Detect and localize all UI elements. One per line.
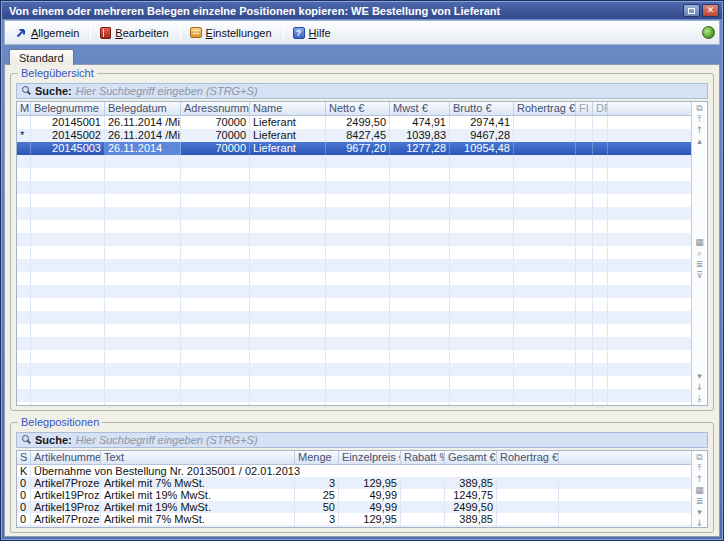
arrow-up-right-icon — [15, 27, 27, 39]
scroll-down-icon[interactable]: ↓ — [696, 382, 704, 393]
group-label: Belegpositionen — [18, 416, 102, 428]
list-icon[interactable]: ≣ — [696, 496, 704, 507]
overview-row-3-selected[interactable]: 20145003 26.11.2014 70000 Lieferant 9677… — [17, 142, 691, 155]
restore-button[interactable] — [683, 4, 700, 17]
positions-grid-toolbar: ⧉ ⤒ ↑ ▦ ≣ ▾ ↓ ⤓ — [691, 451, 707, 527]
columns-icon[interactable]: ▦ — [695, 485, 704, 496]
scroll-next-icon[interactable]: ▾ — [697, 371, 702, 382]
col-header-netto[interactable]: Netto € — [326, 102, 390, 115]
edit-book-icon — [100, 27, 111, 39]
col-header-rabatt[interactable]: Rabatt % — [401, 451, 445, 464]
overview-row-2[interactable]: * 20145002 26.11.2014 /Mi 70000 Lieferan… — [17, 129, 691, 142]
col-header-fi[interactable]: FI — [576, 102, 593, 115]
scroll-first-icon[interactable]: ⤒ — [698, 114, 702, 125]
content-panel: Belegübersicht Suche: Hier Suchbegriff e… — [4, 64, 720, 537]
positions-row-2[interactable]: 0 Artikel19Prozent Artikel mit 19% MwSt.… — [17, 489, 691, 501]
col-header-belegnummer[interactable]: Belegnumme — [31, 102, 105, 115]
copy-grid-icon[interactable]: ⧉ — [696, 103, 702, 114]
overview-header-row: M Belegnumme Belegdatum Adressnumm Name … — [17, 102, 691, 116]
positions-grid: S Artikelnummer Text Menge Einzelpreis €… — [16, 450, 708, 528]
columns-icon[interactable]: ▦ — [695, 237, 704, 248]
list-icon[interactable]: ≣ — [696, 259, 704, 270]
titlebar: Von einem oder mehreren Belegen einzelne… — [2, 2, 722, 19]
col-header-gesamt[interactable]: Gesamt € — [445, 451, 497, 464]
toolbar-separator — [283, 24, 284, 41]
window-title: Von einem oder mehreren Belegen einzelne… — [9, 5, 681, 17]
toolbar: Allgemein Bearbeiten Einstellungen ? Hil… — [4, 20, 720, 45]
menu-hilfe[interactable]: ? Hilfe — [287, 24, 339, 42]
menu-bearbeiten[interactable]: Bearbeiten — [94, 24, 176, 42]
positions-comment-row[interactable]: K Übernahme von Bestellung Nr. 20135001 … — [17, 465, 691, 477]
positions-row-4[interactable]: 0 Artikel7Prozent Artikel mit 7% MwSt. 3… — [17, 513, 691, 525]
toolbar-separator — [90, 24, 91, 41]
col-header-rohertrag[interactable]: Rohertrag € — [497, 451, 559, 464]
close-icon: ✕ — [707, 6, 715, 15]
comment-text: Übernahme von Bestellung Nr. 20135001 / … — [31, 465, 691, 477]
col-header-name[interactable]: Name — [250, 102, 326, 115]
positions-header-row: S Artikelnummer Text Menge Einzelpreis €… — [17, 451, 691, 465]
positions-row-5[interactable]: 0 Artikel7Prozent Artikel mit 7% MwSt. 3… — [17, 525, 691, 527]
col-header-menge[interactable]: Menge — [295, 451, 339, 464]
search-icon — [21, 86, 31, 96]
col-header-brutto[interactable]: Brutto € — [450, 102, 514, 115]
scroll-last-icon[interactable]: ⤓ — [698, 393, 702, 404]
col-header-adressnummer[interactable]: Adressnumm — [181, 102, 250, 115]
menu-allgemein[interactable]: Allgemein — [9, 24, 87, 42]
col-header-s[interactable]: S — [17, 451, 31, 464]
restore-icon — [688, 8, 695, 14]
app-window: Von einem oder mehreren Belegen einzelne… — [0, 0, 724, 541]
tab-standard[interactable]: Standard — [9, 49, 74, 65]
col-header-m[interactable]: M — [17, 102, 31, 115]
filter-icon[interactable]: ⊽ — [696, 270, 703, 281]
group-label: Belegübersicht — [18, 67, 97, 79]
scroll-prev-icon[interactable]: ▴ — [697, 136, 702, 147]
help-icon: ? — [293, 27, 305, 39]
settings-icon — [190, 27, 202, 38]
menu-einstellungen[interactable]: Einstellungen — [184, 24, 280, 42]
selected-date-cell[interactable]: 26.11.2014 — [105, 142, 181, 155]
zoom-grid-icon[interactable]: ⌕ — [697, 248, 702, 259]
scroll-down-icon[interactable]: ↓ — [696, 518, 704, 528]
col-header-mwst[interactable]: Mwst € — [390, 102, 450, 115]
search-placeholder: Hier Suchbegriff eingeben (STRG+S) — [76, 85, 258, 97]
col-header-dr[interactable]: DR — [593, 102, 608, 115]
scroll-up-icon[interactable]: ↑ — [696, 125, 704, 136]
copy-grid-icon[interactable]: ⧉ — [696, 452, 702, 463]
search-placeholder: Hier Suchbegriff eingeben (STRG+S) — [76, 434, 258, 446]
search-icon — [21, 435, 31, 445]
col-header-einzelpreis[interactable]: Einzelpreis € — [339, 451, 401, 464]
scroll-first-icon[interactable]: ⤒ — [698, 463, 702, 474]
positions-search-input[interactable]: Suche: Hier Suchbegriff eingeben (STRG+S… — [16, 432, 708, 448]
tabstrip: Standard — [4, 45, 720, 64]
toolbar-separator — [180, 24, 181, 41]
scroll-next-icon[interactable]: ▾ — [697, 507, 702, 518]
scroll-up-icon[interactable]: ↑ — [696, 474, 704, 485]
overview-empty-area — [17, 155, 691, 405]
positions-row-3[interactable]: 0 Artikel19Prozent Artikel mit 19% MwSt.… — [17, 501, 691, 513]
overview-grid-toolbar: ⧉ ⤒ ↑ ▴ ▦ ⌕ ≣ ⊽ ▾ ↓ ⤓ — [691, 102, 707, 405]
group-belegpositionen: Belegpositionen Suche: Hier Suchbegriff … — [10, 422, 714, 533]
close-button[interactable]: ✕ — [702, 4, 719, 17]
col-header-belegdatum[interactable]: Belegdatum — [105, 102, 181, 115]
col-header-rohertrag[interactable]: Rohertrag € — [514, 102, 576, 115]
globe-icon[interactable] — [702, 26, 715, 39]
positions-row-1[interactable]: 0 Artikel7Prozent Artikel mit 7% MwSt. 3… — [17, 477, 691, 489]
group-belebuebersicht: Belegübersicht Suche: Hier Suchbegriff e… — [10, 73, 714, 411]
col-header-artikelnummer[interactable]: Artikelnummer — [31, 451, 101, 464]
overview-grid: M Belegnumme Belegdatum Adressnumm Name … — [16, 101, 708, 406]
col-header-text[interactable]: Text — [101, 451, 295, 464]
overview-row-1[interactable]: 20145001 26.11.2014 /Mi 70000 Lieferant … — [17, 116, 691, 129]
overview-search-input[interactable]: Suche: Hier Suchbegriff eingeben (STRG+S… — [16, 83, 708, 99]
